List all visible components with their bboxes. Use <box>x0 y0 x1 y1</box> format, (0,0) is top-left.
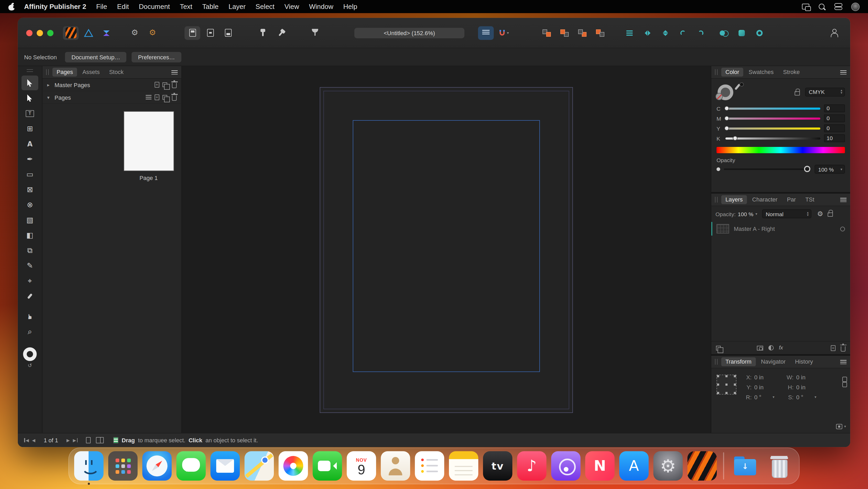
channel-value-field[interactable]: 0 <box>824 105 845 112</box>
h-field[interactable]: 0 in <box>796 384 819 391</box>
chevron-down-icon[interactable] <box>840 167 842 171</box>
move-forward-button[interactable] <box>557 26 572 39</box>
channel-slider-track[interactable] <box>725 127 820 130</box>
tool-frame-rect[interactable]: ⊠ <box>22 182 38 197</box>
move-to-back-button[interactable] <box>592 26 608 39</box>
no-color-icon[interactable] <box>715 93 723 100</box>
dock-tv[interactable]: tv <box>483 451 513 481</box>
panel-drag-handle[interactable] <box>715 69 718 75</box>
flip-horizontal-button[interactable] <box>640 26 655 39</box>
layer-opacity-value[interactable]: 100 % <box>738 211 753 217</box>
stroke-color-dot[interactable] <box>740 82 744 87</box>
dock-mail[interactable] <box>211 451 240 481</box>
flip-vertical-button[interactable] <box>657 26 673 39</box>
swatch-button[interactable] <box>734 26 749 39</box>
slider-knob[interactable] <box>724 106 729 110</box>
opacity-value-select[interactable]: 100 % <box>814 165 845 174</box>
snapping-button[interactable] <box>496 26 512 39</box>
panel-menu-icon[interactable] <box>840 198 846 202</box>
control-center-icon[interactable] <box>834 3 842 10</box>
menubar-app-name[interactable]: Affinity Publisher 2 <box>24 3 86 10</box>
zoom-window-button[interactable] <box>47 30 54 36</box>
document-setup-button[interactable]: Document Setup… <box>65 52 127 62</box>
lock-icon[interactable] <box>795 91 800 95</box>
tool-node[interactable] <box>22 91 38 106</box>
menu-document[interactable]: Document <box>139 0 170 13</box>
add-master-icon[interactable] <box>155 82 159 88</box>
channel-value-field[interactable]: 0 <box>824 124 845 132</box>
snapping-dropdown-icon[interactable] <box>507 31 509 35</box>
previous-page-button[interactable] <box>32 438 35 442</box>
insert-behind-button[interactable] <box>220 26 236 39</box>
add-page-icon[interactable] <box>155 94 159 100</box>
dock-news[interactable]: N <box>585 451 615 481</box>
tab-stroke[interactable]: Stroke <box>779 68 804 77</box>
insert-inside-button[interactable] <box>185 26 200 39</box>
dock-podcasts[interactable] <box>551 451 581 481</box>
dock-music[interactable]: ♪ <box>517 451 547 481</box>
dock-finder[interactable] <box>74 451 103 481</box>
dock-downloads[interactable]: ↓ <box>731 451 760 481</box>
panel-menu-icon[interactable] <box>840 359 846 364</box>
document-settings-button[interactable]: ⚙ <box>127 26 143 39</box>
chevron-down-icon[interactable] <box>814 395 816 399</box>
anchor-point-selector[interactable] <box>716 375 737 395</box>
w-field[interactable]: 0 in <box>796 374 819 380</box>
stepper-icon[interactable] <box>838 89 842 94</box>
menu-edit[interactable]: Edit <box>117 0 129 13</box>
channel-value-field[interactable]: 10 <box>824 134 845 142</box>
dock-calendar[interactable]: NOV 9 <box>347 451 376 481</box>
fill-stroke-selector[interactable] <box>716 82 745 101</box>
dock-maps[interactable] <box>245 451 274 481</box>
tool-place[interactable]: ▧ <box>22 212 38 227</box>
tool-brush[interactable]: ✎ <box>22 258 38 273</box>
publisher-persona-button[interactable] <box>63 26 79 39</box>
tool-picker[interactable] <box>22 289 38 303</box>
screen-mirroring-icon[interactable] <box>802 4 809 9</box>
spotlight-search-icon[interactable] <box>818 3 826 10</box>
master-pages-row[interactable]: Master Pages <box>42 79 181 91</box>
layer-thumbnail[interactable] <box>716 224 729 233</box>
tool-pin[interactable]: ⌖ <box>22 274 38 288</box>
fill-stroke-swatch[interactable] <box>23 347 37 361</box>
account-button[interactable] <box>826 26 842 39</box>
minimize-window-button[interactable] <box>37 30 43 36</box>
layer-effects-icon[interactable]: fx <box>779 345 783 350</box>
tab-navigator[interactable]: Navigator <box>756 357 789 366</box>
tab-history[interactable]: History <box>791 357 817 366</box>
tab-pages[interactable]: Pages <box>53 68 77 77</box>
tab-character[interactable]: Character <box>748 195 782 204</box>
dock-trash[interactable] <box>765 451 794 481</box>
chevron-right-icon[interactable] <box>47 82 51 87</box>
dock-launchpad[interactable] <box>108 451 137 481</box>
channel-value-field[interactable]: 0 <box>824 114 845 122</box>
slider-knob[interactable] <box>733 136 738 140</box>
menu-select[interactable]: Select <box>255 0 274 13</box>
text-flow-button[interactable] <box>478 26 494 39</box>
page1-thumbnail[interactable] <box>123 111 174 171</box>
panel-menu-icon[interactable] <box>172 70 178 74</box>
menu-help[interactable]: Help <box>343 0 358 13</box>
menu-window[interactable]: Window <box>309 0 333 13</box>
preferences-button[interactable]: Preferences… <box>132 52 181 62</box>
photo-persona-button[interactable] <box>98 26 114 39</box>
stepper-icon[interactable] <box>805 211 809 216</box>
dock-appstore[interactable]: A <box>619 451 649 481</box>
chevron-down-icon[interactable] <box>773 395 774 399</box>
slider-knob[interactable] <box>724 116 729 120</box>
spread-view-icon[interactable] <box>96 437 104 443</box>
first-page-button[interactable] <box>24 438 29 442</box>
tab-transform[interactable]: Transform <box>721 357 755 366</box>
blend-options-gear-icon[interactable]: ⚙ <box>817 210 823 217</box>
preview-mode-button[interactable] <box>307 26 323 39</box>
single-page-view-icon[interactable] <box>86 437 91 443</box>
tool-fill[interactable]: ◧ <box>22 228 38 242</box>
lock-layer-icon[interactable] <box>828 212 833 217</box>
y-field[interactable]: 0 in <box>754 384 777 391</box>
tool-frame-text[interactable]: T <box>22 106 38 121</box>
dock-contacts[interactable] <box>381 451 410 481</box>
apple-menu-icon[interactable] <box>8 2 15 11</box>
channel-slider-track[interactable] <box>725 117 820 119</box>
tab-stock[interactable]: Stock <box>105 68 128 77</box>
color-settings-button[interactable]: ⚙ <box>145 26 160 39</box>
